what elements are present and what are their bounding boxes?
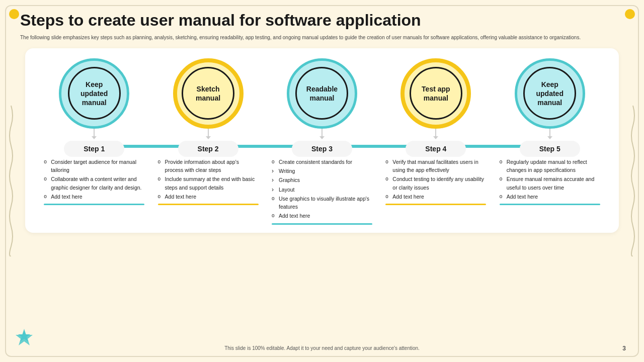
col-separator-2 <box>158 204 259 205</box>
circle-label-3: Readablemanual <box>302 80 342 107</box>
list-item: Ensure manual remains accurate and usefu… <box>500 175 600 192</box>
list-item: Create consistent standards for <box>272 158 372 166</box>
circle-connector-3 <box>321 129 323 137</box>
circle-item-5: Keepupdatedmanual Step 5 <box>500 58 600 157</box>
list-item: Collaborate with a content writer and gr… <box>44 175 144 192</box>
circle-inner-4: Test appmanual <box>410 67 462 120</box>
step-box-3: Step 3 <box>292 141 352 157</box>
content-col-5: Regularly update manual to reflect chang… <box>500 158 600 225</box>
content-row: Consider target audience for manual tail… <box>37 158 607 225</box>
circle-label-5: Keepupdatedmanual <box>532 76 568 112</box>
content-list-1: Consider target audience for manual tail… <box>44 158 144 201</box>
footer: This slide is 100% editable. Adapt it to… <box>0 345 644 351</box>
list-item: Add text here <box>500 193 600 201</box>
list-item: Add text here <box>44 193 144 201</box>
content-list-2: Provide information about app's process … <box>158 158 259 201</box>
circle-label-2: Sketchmanual <box>192 80 224 107</box>
step-box-2: Step 2 <box>178 141 238 157</box>
circle-outer-5: Keepupdatedmanual <box>515 58 585 129</box>
circle-label-1: Keepupdatedmanual <box>76 76 112 112</box>
circle-outer-3: Readablemanual <box>287 58 357 129</box>
content-col-2: Provide information about app's process … <box>158 158 259 225</box>
content-list-3: Create consistent standards forWritingGr… <box>272 158 372 220</box>
circle-item-3: Readablemanual Step 3 <box>272 58 372 157</box>
circle-outer-1: Keepupdatedmanual <box>59 58 129 129</box>
col-separator-5 <box>500 204 600 205</box>
step-box-5: Step 5 <box>520 141 580 157</box>
circle-inner-1: Keepupdatedmanual <box>68 67 121 120</box>
circle-inner-3: Readablemanual <box>295 67 348 120</box>
list-item: Layout <box>272 186 372 194</box>
circle-outer-4: Test appmanual <box>400 58 471 129</box>
list-item: Add text here <box>385 193 486 201</box>
circle-connector-4 <box>435 129 436 137</box>
page-subtitle: The following slide emphasizes key steps… <box>20 34 614 41</box>
step-box-1: Step 1 <box>64 141 124 157</box>
content-col-4: Verify that manual facilitates users in … <box>385 158 486 225</box>
col-separator-3 <box>272 223 372 225</box>
circle-connector-5 <box>549 129 550 137</box>
page-number: 3 <box>622 345 626 352</box>
star-decoration <box>14 328 34 348</box>
list-item: Conduct testing to identify any usabilit… <box>385 175 486 192</box>
list-item: Consider target audience for manual tail… <box>44 158 144 174</box>
circle-outer-2: Sketchmanual <box>173 58 244 129</box>
page-title: Steps to create user manual for software… <box>20 11 624 30</box>
list-item: Writing <box>272 167 372 175</box>
circle-label-4: Test appmanual <box>418 80 454 107</box>
main-content: Steps to create user manual for software… <box>0 0 644 243</box>
steps-wrapper: Keepupdatedmanual Step 1 Sketchmanual St… <box>25 48 619 233</box>
list-item: Include summary at the end with basic st… <box>158 175 259 192</box>
content-col-1: Consider target audience for manual tail… <box>44 158 144 225</box>
content-list-5: Regularly update manual to reflect chang… <box>500 158 600 201</box>
list-item: Add text here <box>158 193 259 201</box>
circles-row: Keepupdatedmanual Step 1 Sketchmanual St… <box>37 58 607 157</box>
list-item: Verify that manual facilitates users in … <box>385 158 486 174</box>
content-col-3: Create consistent standards forWritingGr… <box>272 158 372 225</box>
step-box-4: Step 4 <box>406 141 466 157</box>
list-item: Add text here <box>272 212 372 220</box>
circle-connector-1 <box>94 129 95 137</box>
list-item: Provide information about app's process … <box>158 158 259 174</box>
circle-connector-2 <box>208 129 209 137</box>
list-item: Regularly update manual to reflect chang… <box>500 158 600 174</box>
circle-item-4: Test appmanual Step 4 <box>385 58 486 157</box>
circle-item-1: Keepupdatedmanual Step 1 <box>44 58 144 157</box>
col-separator-1 <box>44 204 144 205</box>
list-item: Use graphics to visually illustrate app'… <box>272 195 372 211</box>
col-separator-4 <box>385 204 486 205</box>
list-item: Graphics <box>272 176 372 184</box>
content-list-4: Verify that manual facilitates users in … <box>385 158 486 201</box>
circle-inner-5: Keepupdatedmanual <box>523 67 576 120</box>
circle-inner-2: Sketchmanual <box>182 67 234 120</box>
circle-item-2: Sketchmanual Step 2 <box>158 58 259 157</box>
